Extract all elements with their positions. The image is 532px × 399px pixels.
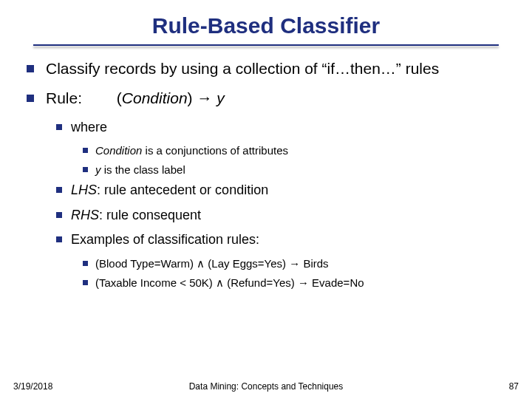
condition-word: Condition <box>122 89 188 106</box>
text-fragment: : rule consequent <box>99 208 201 222</box>
lhs-label: LHS <box>71 183 97 197</box>
bullet-text: RHS: rule consequent <box>71 207 510 224</box>
footer-date: 3/19/2018 <box>13 381 52 392</box>
bullet-text: where <box>71 119 510 136</box>
text-fragment: is the class label <box>101 163 185 176</box>
text-fragment: : rule antecedent or condition <box>97 183 268 197</box>
bullet-level1: Classify records by using a collection o… <box>27 59 510 78</box>
square-bullet-icon <box>27 95 34 102</box>
bullet-level2: Examples of classification rules: <box>56 231 510 248</box>
square-bullet-icon <box>56 236 62 242</box>
square-bullet-icon <box>56 212 62 218</box>
rule-label: Rule: <box>46 89 112 108</box>
bullet-level2: LHS: rule antecedent or condition <box>56 182 510 199</box>
y-symbol: y <box>95 163 101 176</box>
paren-open: ( <box>117 89 122 106</box>
bullet-text: Classify records by using a collection o… <box>46 59 510 78</box>
square-bullet-icon <box>83 280 88 285</box>
square-bullet-icon <box>27 65 34 72</box>
bullet-text: y is the class label <box>95 163 510 177</box>
condition-word: Condition <box>95 144 142 157</box>
bullet-level1: Rule: (Condition) → y <box>27 89 510 108</box>
bullet-text: Condition is a conjunctions of attribute… <box>95 143 510 158</box>
arrow: → <box>193 89 217 106</box>
slide-content: Classify records by using a collection o… <box>22 59 510 290</box>
y-symbol: y <box>216 89 225 106</box>
square-bullet-icon <box>83 167 88 172</box>
bullet-level3: (Taxable Income < 50K) ∧ (Refund=Yes) → … <box>83 276 510 290</box>
footer-title: Data Mining: Concepts and Techniques <box>0 381 532 392</box>
text-fragment: is a conjunctions of attributes <box>142 144 288 157</box>
bullet-text: (Taxable Income < 50K) ∧ (Refund=Yes) → … <box>95 276 510 290</box>
bullet-text: Examples of classification rules: <box>71 231 510 248</box>
paren-close: ) <box>188 89 193 106</box>
slide-footer: 3/19/2018 Data Mining: Concepts and Tech… <box>0 381 532 392</box>
bullet-level2: where <box>56 119 510 136</box>
square-bullet-icon <box>56 187 62 193</box>
rhs-label: RHS <box>71 208 99 222</box>
bullet-level3: (Blood Type=Warm) ∧ (Lay Eggs=Yes) → Bir… <box>83 256 510 271</box>
bullet-level3: Condition is a conjunctions of attribute… <box>83 143 510 158</box>
square-bullet-icon <box>83 261 88 266</box>
slide-title: Rule-Based Classifier <box>22 13 510 38</box>
title-underline <box>33 44 499 46</box>
bullet-level3: y is the class label <box>83 163 510 177</box>
bullet-text: Rule: (Condition) → y <box>46 89 510 108</box>
square-bullet-icon <box>56 124 62 130</box>
square-bullet-icon <box>83 148 88 153</box>
bullet-level2: RHS: rule consequent <box>56 207 510 224</box>
bullet-text: (Blood Type=Warm) ∧ (Lay Eggs=Yes) → Bir… <box>95 256 510 271</box>
bullet-text: LHS: rule antecedent or condition <box>71 182 510 199</box>
footer-page-number: 87 <box>509 381 519 392</box>
